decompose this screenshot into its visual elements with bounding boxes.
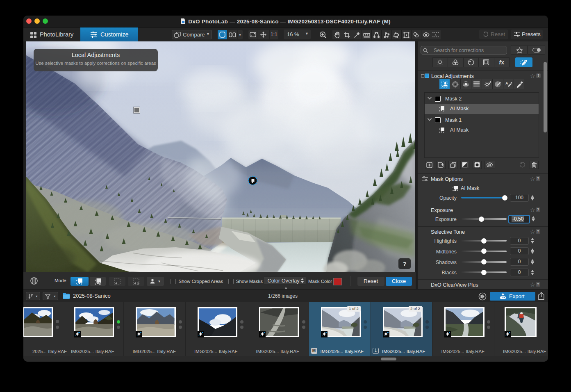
svg-text:?: ? bbox=[403, 260, 406, 267]
svg-text:A: A bbox=[505, 81, 508, 85]
